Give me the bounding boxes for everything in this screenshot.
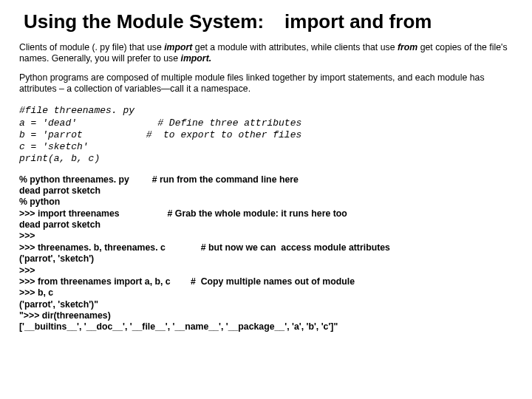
p1-from: from (398, 42, 417, 52)
sess-l4: >>> import threenames # Grab the whole m… (19, 208, 347, 219)
code-l4: c = 'sketch' (19, 141, 89, 152)
terminal-session: % python threenames. py # run from the c… (19, 174, 513, 333)
sess-l14: ['__builtins__', '__doc__', '__file__', … (19, 321, 338, 332)
slide-title: Using the Module System:import and from (24, 10, 513, 33)
code-block: #file threenames. py a = 'dead' # Define… (19, 105, 513, 165)
code-l1: #file threenames. py (19, 105, 134, 116)
sess-l9: >>> (19, 265, 35, 276)
sess-l3: % python (19, 197, 60, 207)
p1-import2: import. (180, 53, 211, 64)
sess-l6: >>> (19, 231, 35, 241)
code-l2: a = 'dead' # Define three attributes (19, 117, 301, 129)
code-l5: print(a, b, c) (19, 153, 100, 164)
p1-a: Clients of module (. py file) that use (19, 42, 164, 52)
sess-l8: ('parrot', 'sketch') (19, 253, 94, 264)
sess-l13: ">>> dir(threenames) (19, 310, 111, 321)
slide: Using the Module System:import and from … (0, 0, 532, 341)
title-right: import and from (284, 10, 432, 33)
sess-l1: % python threenames. py # run from the c… (19, 174, 299, 185)
sess-l10: >>> from threenames import a, b, c # Cop… (19, 276, 355, 287)
intro-paragraph-1: Clients of module (. py file) that use i… (19, 42, 513, 65)
p1-import: import (164, 42, 192, 52)
code-l3: b = 'parrot # to export to other files (19, 129, 301, 140)
title-left: Using the Module System: (24, 10, 264, 33)
p1-b: get a module with attributes, while clie… (192, 42, 398, 52)
sess-l12: ('parrot', 'sketch')" (19, 299, 98, 310)
sess-l2: dead parrot sketch (19, 185, 100, 196)
sess-l7: >>> threenames. b, threenames. c # but n… (19, 242, 390, 253)
sess-l11: >>> b, c (19, 287, 53, 298)
intro-paragraph-2: Python programs are composed of multiple… (19, 72, 513, 95)
sess-l5: dead parrot sketch (19, 219, 100, 230)
